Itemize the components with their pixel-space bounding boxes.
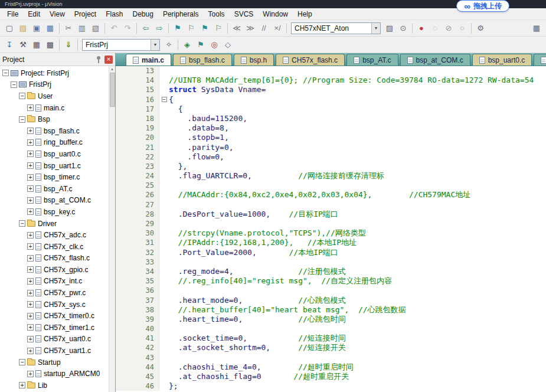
enable-breakpoints-button[interactable]: ○ [456, 22, 469, 34]
save-all-button[interactable]: ▦ [44, 22, 57, 34]
code-line[interactable]: 46}; [116, 381, 546, 391]
menu-item-view[interactable]: View [45, 9, 70, 19]
tree-item-user[interactable]: −User [0, 90, 109, 102]
line-number[interactable]: 28 [116, 210, 159, 219]
line-number[interactable]: 38 [116, 305, 159, 315]
line-number[interactable]: 25 [116, 181, 159, 190]
code-line[interactable]: 40 [116, 324, 546, 334]
expand-toggle[interactable]: + [27, 174, 34, 181]
code-text[interactable]: .reg_mode=4, //注册包模式 [169, 267, 546, 276]
expand-toggle[interactable]: + [27, 197, 34, 204]
line-number[interactable]: 41 [116, 334, 159, 343]
line-number[interactable]: 43 [116, 353, 159, 362]
tab-bsp.h[interactable]: bsp.h [234, 54, 274, 66]
code-text[interactable]: //strcpy(Vname.protocol,"TCPS"),//网络类型 [169, 228, 546, 238]
code-text[interactable]: //.reg_info[40]="regist msg", //自定义注册包内容 [169, 276, 546, 286]
code-text[interactable] [169, 200, 546, 210]
code-line[interactable]: 20 .stopb=1, [116, 133, 546, 142]
line-number[interactable]: 18 [116, 114, 159, 123]
tree-item-lib[interactable]: +Lib [0, 380, 109, 391]
tree-item-project-fristprj[interactable]: −Project: FristPrj [0, 67, 109, 79]
code-line[interactable]: 28 .DesPort_value=1000, //目标IP端口 [116, 210, 546, 219]
tab-bsp_AT.c[interactable]: bsp_AT.c [346, 54, 398, 66]
code-text[interactable] [169, 219, 546, 228]
code-line[interactable]: 32 .Port_Value=2000, //本地IP端口 [116, 248, 546, 257]
line-number[interactable]: 19 [116, 123, 159, 133]
redo-button[interactable]: ↷ [121, 22, 134, 34]
code-text[interactable]: //UINT8 MACAddr_temp[6]={0}; //Program S… [169, 76, 546, 85]
line-number[interactable]: 13 [116, 66, 159, 76]
tab-bsp_at_COM.c[interactable]: bsp_at_COM.c [400, 54, 470, 66]
download-flash-button[interactable]: ⇓ [62, 39, 75, 51]
expand-toggle[interactable]: + [27, 336, 34, 342]
expand-toggle[interactable]: + [27, 301, 34, 308]
code-line[interactable]: 39 .heart_time=0, //心跳包时间 [116, 315, 546, 324]
line-number[interactable]: 44 [116, 362, 159, 372]
code-text[interactable] [169, 324, 546, 334]
code-text[interactable]: .heart_mode=0, //心跳包模式 [169, 296, 546, 305]
code-line[interactable]: 17 { [116, 104, 546, 114]
tab-bsp_flash.c[interactable]: bsp_flash.c [173, 54, 232, 66]
expand-toggle[interactable]: − [19, 359, 25, 365]
menu-item-tools[interactable]: Tools [204, 9, 230, 19]
code-text[interactable]: .flag_UARTCLR=0, //网络连接前缓存清理标 [169, 171, 546, 181]
expand-toggle[interactable]: − [19, 93, 25, 99]
tab-partial[interactable] [534, 54, 546, 66]
disable-breakpoint-button[interactable]: ◌ [429, 22, 442, 34]
code-line[interactable]: 15struct SysData Vname= [116, 85, 546, 94]
code-line[interactable]: 24 .flag_UARTCLR=0, //网络连接前缓存清理标 [116, 171, 546, 181]
code-line[interactable]: 25 [116, 181, 546, 190]
search-icon-button[interactable]: ⊙ [397, 22, 410, 34]
code-text[interactable]: }; [169, 381, 546, 391]
comment-button[interactable]: // [257, 22, 270, 34]
code-line[interactable]: 30 //strcpy(Vname.protocol,"TCPS"),//网络类… [116, 228, 546, 238]
new-file-button[interactable]: ▢ [3, 22, 16, 34]
line-number[interactable]: 36 [116, 286, 159, 295]
expand-toggle[interactable]: + [27, 104, 34, 111]
code-line[interactable]: 29 [116, 219, 546, 228]
close-icon[interactable]: × [104, 55, 113, 64]
line-number[interactable]: 32 [116, 248, 159, 257]
expand-toggle[interactable]: + [27, 290, 34, 296]
tree-item-bsp[interactable]: −Bsp [0, 113, 109, 125]
tree-item-ch57x_gpio.c[interactable]: +CH57x_gpio.c [0, 264, 109, 276]
indent-left-button[interactable]: ≪ [230, 22, 243, 34]
code-text[interactable]: .socket_time=0, //短连接时间 [169, 334, 546, 343]
tree-item-bsp_key.c[interactable]: +bsp_key.c [0, 206, 109, 218]
expand-toggle[interactable]: + [27, 371, 34, 377]
expand-toggle[interactable]: + [27, 255, 34, 262]
line-number[interactable]: 29 [116, 219, 159, 228]
menu-item-svcs[interactable]: SVCS [230, 9, 259, 19]
bookmark-toggle-button[interactable]: ⚑ [171, 22, 184, 34]
save-button[interactable]: ▣ [30, 22, 43, 34]
drag-upload-overlay[interactable]: ∞ 拖拽上传 [456, 0, 509, 12]
menu-item-flash[interactable]: Flash [101, 9, 127, 19]
code-line[interactable]: 21 .parity=0, [116, 143, 546, 152]
undo-button[interactable]: ↶ [107, 22, 120, 34]
line-number[interactable]: 46 [116, 381, 159, 391]
navigate-back-button[interactable]: ⇦ [139, 22, 152, 34]
expand-toggle[interactable]: + [27, 208, 34, 215]
code-line[interactable]: 38 //.heart_buffer[40]="heart beat msg",… [116, 305, 546, 315]
code-text[interactable]: //MACAddr:{0x84,0xc2,0xe4,0x02,0x03,0x04… [169, 190, 546, 200]
menu-item-help[interactable]: Help [293, 9, 317, 19]
menu-item-debug[interactable]: Debug [128, 9, 158, 19]
menu-item-edit[interactable]: Edit [23, 9, 45, 19]
code-line[interactable]: 34 .reg_mode=4, //注册包模式 [116, 267, 546, 276]
tree-item-bsp_uart1.c[interactable]: +bsp_uart1.c [0, 160, 109, 172]
tree-item-ch57x_timer0.c[interactable]: +CH57x_timer0.c [0, 310, 109, 322]
line-number[interactable]: 39 [116, 315, 159, 324]
code-text[interactable] [169, 257, 546, 267]
line-number[interactable]: 24 [116, 171, 159, 181]
copy-button[interactable]: ▥ [76, 22, 89, 34]
tree-item-bsp_at.c[interactable]: +bsp_AT.c [0, 183, 109, 195]
line-number[interactable]: 17 [116, 104, 159, 114]
kill-breakpoints-button[interactable]: ⊘ [442, 22, 455, 34]
tree-item-bsp_flash.c[interactable]: +bsp_flash.c [0, 125, 109, 137]
project-flag-button[interactable]: ⚑ [194, 39, 207, 51]
code-text[interactable]: //.heart_buffer[40]="heart beat msg", //… [169, 305, 546, 315]
code-text[interactable]: { [169, 104, 546, 114]
code-text[interactable]: .heart_time=0, //心跳包时间 [169, 315, 546, 324]
open-file-button[interactable]: ▤ [17, 22, 30, 34]
code-text[interactable] [169, 181, 546, 190]
